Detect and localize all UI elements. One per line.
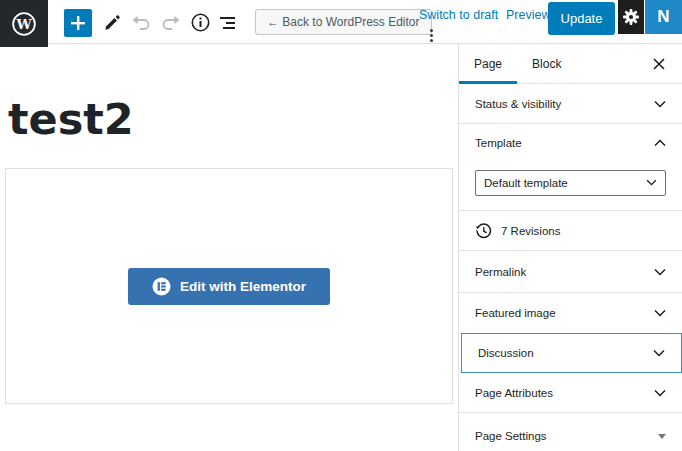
back-to-wordpress-editor-button[interactable]: ← Back to WordPress Editor — [255, 9, 432, 35]
tab-page[interactable]: Page — [459, 44, 517, 83]
n-plugin-button[interactable]: N — [645, 0, 682, 34]
elementor-block-placeholder: Edit with Elementor — [5, 168, 453, 404]
revisions-button[interactable]: 7 Revisions — [459, 210, 682, 250]
undo-icon — [131, 15, 151, 31]
chevron-down-icon — [654, 100, 666, 108]
chevron-down-icon — [654, 268, 666, 276]
editor-canvas: test2 Edit with Elementor — [0, 44, 458, 451]
settings-sidebar: Page Block Status & visibility Template … — [458, 44, 682, 451]
panel-page-settings[interactable]: Page Settings — [459, 412, 682, 451]
panel-permalink-label: Permalink — [475, 266, 526, 278]
wordpress-editor: W — [0, 0, 682, 451]
panel-status-visibility[interactable]: Status & visibility — [459, 84, 682, 123]
elementor-logo-icon — [152, 277, 171, 296]
edit-with-elementor-button[interactable]: Edit with Elementor — [128, 268, 330, 305]
list-view-icon — [218, 14, 238, 32]
template-select[interactable]: Default template — [475, 170, 666, 196]
switch-to-draft-link[interactable]: Switch to draft — [419, 8, 498, 22]
panel-template[interactable]: Template — [459, 123, 682, 162]
panel-permalink[interactable]: Permalink — [459, 250, 682, 292]
page-title[interactable]: test2 — [8, 94, 134, 144]
redo-icon — [161, 15, 181, 31]
block-inserter-button[interactable] — [64, 9, 92, 37]
update-button[interactable]: Update — [548, 2, 615, 35]
close-icon — [653, 58, 665, 70]
triangle-down-icon — [658, 434, 666, 439]
pencil-icon — [102, 13, 122, 33]
chevron-down-icon — [653, 349, 665, 357]
tab-block[interactable]: Block — [517, 44, 576, 83]
revisions-label: 7 Revisions — [501, 225, 560, 237]
preview-link[interactable]: Preview — [506, 8, 550, 22]
wordpress-logo-button[interactable]: W — [0, 0, 48, 47]
editor-toolbar: W — [0, 0, 682, 44]
wordpress-logo-icon: W — [11, 11, 37, 37]
gear-icon — [622, 8, 640, 26]
chevron-down-icon — [654, 309, 666, 317]
undo-button[interactable] — [129, 11, 153, 35]
details-button[interactable] — [188, 10, 212, 34]
close-sidebar-button[interactable] — [644, 44, 674, 84]
template-select-value: Default template — [484, 177, 568, 189]
panel-featured-image-label: Featured image — [475, 307, 556, 319]
panel-featured-image[interactable]: Featured image — [459, 292, 682, 333]
chevron-down-icon — [646, 179, 657, 186]
panel-discussion-label: Discussion — [478, 347, 534, 359]
revisions-clock-icon — [475, 222, 492, 239]
chevron-down-icon — [654, 389, 666, 397]
info-icon — [190, 12, 211, 33]
sidebar-tabs: Page Block — [459, 44, 682, 84]
panel-discussion[interactable]: Discussion — [461, 333, 682, 373]
edit-with-elementor-label: Edit with Elementor — [180, 279, 306, 294]
template-panel-body: Default template — [459, 162, 682, 210]
panel-page-attributes-label: Page Attributes — [475, 387, 553, 399]
chevron-up-icon — [654, 139, 666, 147]
list-view-button[interactable] — [216, 11, 240, 35]
panel-page-attributes[interactable]: Page Attributes — [459, 373, 682, 412]
svg-text:W: W — [15, 15, 32, 31]
panel-page-settings-label: Page Settings — [475, 430, 547, 442]
panel-status-visibility-label: Status & visibility — [475, 98, 561, 110]
settings-gear-button[interactable] — [618, 0, 644, 34]
options-kebab-button[interactable] — [424, 26, 438, 44]
panel-template-label: Template — [475, 137, 522, 149]
plus-icon — [69, 14, 87, 32]
edit-tool-button[interactable] — [100, 11, 124, 35]
redo-button[interactable] — [159, 11, 183, 35]
n-plugin-label: N — [657, 7, 669, 27]
